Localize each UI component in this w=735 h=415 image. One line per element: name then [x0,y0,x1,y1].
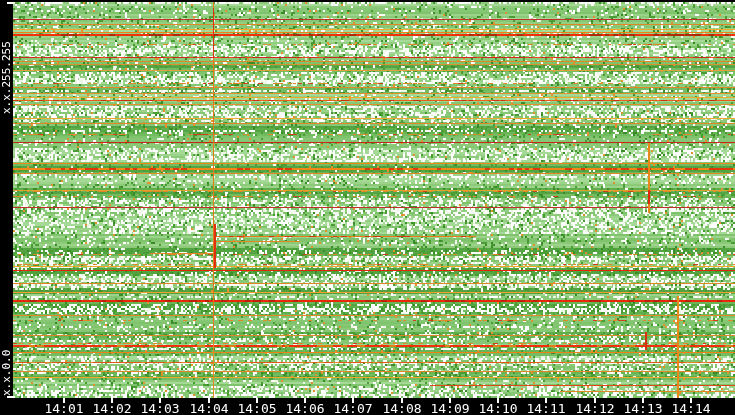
x-tick-label: 14:10 [476,402,520,415]
x-tick-label: 14:09 [428,402,472,415]
x-tick-label: 14:01 [42,402,86,415]
x-tick-label: 14:14 [669,402,713,415]
x-tick-label: 14:05 [235,402,279,415]
x-tick-label: 14:07 [331,402,375,415]
x-tick-label: 14:11 [524,402,568,415]
traffic-heatmap-canvas[interactable] [0,0,735,415]
x-tick-label: 14:06 [283,402,327,415]
x-axis-time-labels: 14:0114:0214:0314:0414:0514:0614:0714:08… [0,398,735,415]
y-axis-top-label: x.x.255.255 [1,6,13,114]
x-tick-label: 14:13 [621,402,665,415]
x-tick-label: 14:08 [380,402,424,415]
x-tick-label: 14:03 [138,402,182,415]
y-axis-bottom-label: x.x.0.0 [1,334,13,396]
ip-vs-time-traffic-plot: x.x.255.255 x.x.0.0 14:0114:0214:0314:04… [0,0,735,415]
x-tick-label: 14:02 [90,402,134,415]
x-tick-label: 14:04 [187,402,231,415]
x-tick-label: 14:12 [573,402,617,415]
